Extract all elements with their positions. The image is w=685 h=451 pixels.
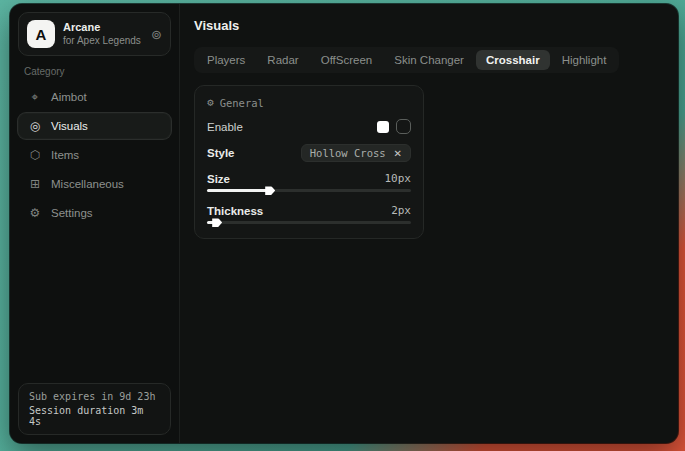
- style-row: Style Hollow Cross ✕: [207, 144, 411, 162]
- session-duration-text: Session duration 3m 4s: [29, 405, 160, 427]
- sidebar-item-miscellaneous[interactable]: ⊞Miscellaneous: [18, 171, 171, 197]
- sidebar-item-label: Visuals: [51, 120, 88, 132]
- tab-highlight[interactable]: Highlight: [552, 50, 617, 70]
- sidebar-item-label: Aimbot: [51, 91, 87, 103]
- app-window: A Arcane for Apex Legends ⊚ Category ⌖Ai…: [10, 4, 678, 443]
- sidebar-item-items[interactable]: ⬡Items: [18, 142, 171, 168]
- cube-icon: ⬡: [28, 148, 42, 162]
- main-content: Visuals PlayersRadarOffScreenSkin Change…: [180, 4, 678, 443]
- tab-radar[interactable]: Radar: [257, 50, 308, 70]
- general-gear-icon: ⚙: [207, 96, 214, 109]
- target-icon[interactable]: ⊚: [151, 27, 162, 42]
- sub-expiry-text: Sub expires in 9d 23h: [29, 391, 160, 402]
- app-name: Arcane: [63, 21, 143, 35]
- gear-icon: ⚙: [28, 206, 42, 220]
- size-value: 10px: [385, 172, 412, 185]
- category-label: Category: [24, 66, 165, 77]
- thickness-slider-thumb[interactable]: [212, 218, 222, 227]
- size-row: Size 10px: [207, 172, 411, 185]
- size-slider-fill: [207, 189, 268, 192]
- thickness-row: Thickness 2px: [207, 204, 411, 217]
- style-select[interactable]: Hollow Cross ✕: [301, 144, 411, 162]
- subscription-status-card: Sub expires in 9d 23h Session duration 3…: [18, 383, 171, 435]
- style-value: Hollow Cross: [310, 147, 386, 159]
- crosshair-color-swatch[interactable]: [377, 121, 389, 133]
- sidebar-item-label: Settings: [51, 207, 93, 219]
- style-label: Style: [207, 147, 235, 159]
- sidebar: A Arcane for Apex Legends ⊚ Category ⌖Ai…: [10, 4, 180, 443]
- size-slider[interactable]: [207, 189, 411, 192]
- crosshair-icon: ⌖: [28, 90, 42, 104]
- general-panel: ⚙ General Enable Style Hollow Cross ✕ Si…: [194, 85, 424, 239]
- sidebar-item-label: Items: [51, 149, 79, 161]
- sidebar-item-label: Miscellaneous: [51, 178, 124, 190]
- eye-icon: ◎: [28, 119, 42, 133]
- visuals-tabbar: PlayersRadarOffScreenSkin ChangerCrossha…: [194, 47, 619, 73]
- sidebar-item-visuals[interactable]: ◎Visuals: [18, 113, 171, 139]
- tab-offscreen[interactable]: OffScreen: [311, 50, 383, 70]
- enable-label: Enable: [207, 121, 243, 133]
- grid-icon: ⊞: [28, 177, 42, 191]
- app-subtitle: for Apex Legends: [63, 35, 143, 48]
- thickness-value: 2px: [391, 204, 411, 217]
- sidebar-item-settings[interactable]: ⚙Settings: [18, 200, 171, 226]
- tab-skin-changer[interactable]: Skin Changer: [384, 50, 474, 70]
- enable-checkbox[interactable]: [396, 119, 411, 134]
- page-title: Visuals: [194, 18, 664, 33]
- size-label: Size: [207, 173, 230, 185]
- sidebar-item-aimbot[interactable]: ⌖Aimbot: [18, 84, 171, 110]
- app-logo: A: [27, 20, 55, 48]
- tab-crosshair[interactable]: Crosshair: [476, 50, 550, 70]
- thickness-slider[interactable]: [207, 221, 411, 224]
- tab-players[interactable]: Players: [197, 50, 255, 70]
- enable-row: Enable: [207, 119, 411, 134]
- app-header-card: A Arcane for Apex Legends ⊚: [18, 12, 171, 56]
- sidebar-nav: ⌖Aimbot◎Visuals⬡Items⊞Miscellaneous⚙Sett…: [10, 83, 179, 227]
- panel-title: General: [220, 97, 264, 109]
- style-remove-icon[interactable]: ✕: [394, 148, 402, 159]
- size-slider-thumb[interactable]: [265, 186, 275, 195]
- thickness-label: Thickness: [207, 205, 263, 217]
